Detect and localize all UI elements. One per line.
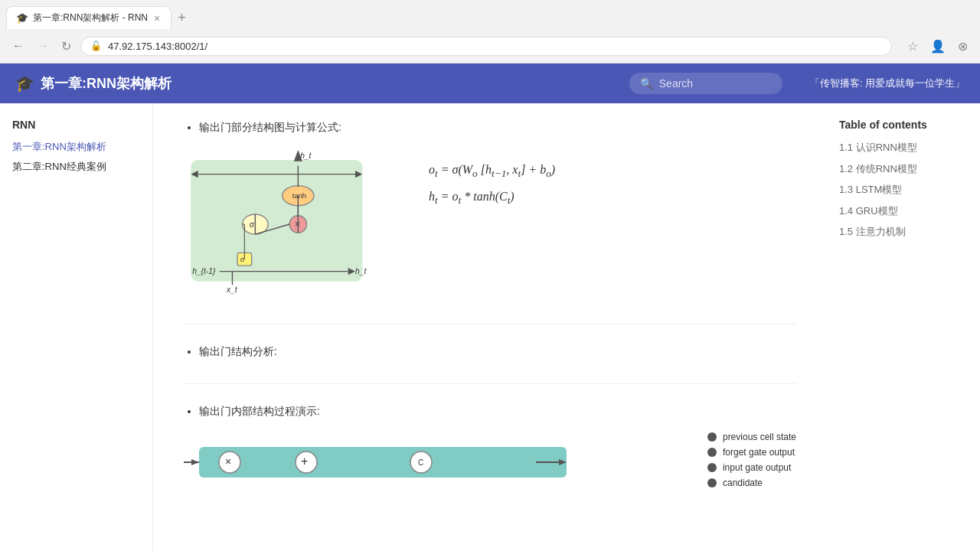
- tab-favicon: 🎓: [16, 12, 28, 24]
- nav-icons: ☆ 👤 ⊗: [904, 36, 971, 57]
- search-placeholder: Search: [659, 77, 693, 90]
- bottom-diagram-container: × + C: [184, 432, 796, 495]
- legend-label-4: candidate: [723, 478, 763, 488]
- svg-text:×: ×: [295, 218, 301, 230]
- svg-text:h_{t-1}: h_{t-1}: [192, 268, 216, 276]
- page-layout: RNN 第一章:RNN架构解析 第二章:RNN经典案例 输出门部分结构图与计算公…: [0, 103, 980, 551]
- svg-marker-37: [191, 459, 199, 465]
- formula-2: ht = ot * tanh(Ct): [429, 190, 555, 207]
- section-output-gate-diagram: 输出门部分结构图与计算公式: h_t tanh ×: [184, 119, 796, 301]
- legend-dot-3: [707, 463, 717, 472]
- bottom-lstm-diagram: × + C: [184, 432, 612, 493]
- address-text: 47.92.175.143:8002/1/: [108, 41, 207, 52]
- legend-dot-4: [707, 478, 717, 487]
- app-navbar: 🎓 第一章:RNN架构解析 🔍 Search 「传智播客: 用爱成就每一位学生」: [0, 64, 980, 103]
- forward-button[interactable]: →: [34, 36, 52, 56]
- bookmark-button[interactable]: ☆: [904, 36, 921, 57]
- legend-label-1: previous cell state: [723, 432, 796, 442]
- section-process-demo: 输出门内部结构过程演示: × + C: [184, 403, 796, 495]
- toc-panel: Table of contents 1.1 认识RNN模型 1.2 传统RNN模…: [827, 103, 980, 551]
- browser-chrome: 🎓 第一章:RNN架构解析 - RNN × + ← → ↻ 🔓 47.92.17…: [0, 0, 980, 64]
- toc-item-2[interactable]: 1.2 传统RNN模型: [839, 161, 968, 177]
- logo-icon: 🎓: [15, 74, 34, 93]
- sidebar: RNN 第一章:RNN架构解析 第二章:RNN经典案例: [0, 103, 153, 551]
- menu-button[interactable]: ⊗: [955, 36, 971, 57]
- svg-text:×: ×: [225, 455, 231, 468]
- legend: previous cell state forget gate output i…: [707, 432, 796, 488]
- svg-text:C: C: [418, 458, 423, 467]
- app-logo: 🎓 第一章:RNN架构解析: [15, 74, 172, 93]
- tab-close-button[interactable]: ×: [152, 12, 162, 24]
- divider-1: [184, 324, 796, 324]
- legend-item-2: forget gate output: [707, 447, 796, 458]
- search-icon: 🔍: [640, 77, 653, 90]
- legend-dot-2: [707, 448, 717, 457]
- sidebar-link-chapter2[interactable]: 第二章:RNN经典案例: [12, 160, 140, 174]
- tab-bar: 🎓 第一章:RNN架构解析 - RNN × +: [0, 0, 980, 29]
- new-tab-button[interactable]: +: [172, 7, 192, 29]
- svg-rect-0: [191, 160, 362, 282]
- section3-title: 输出门内部结构过程演示:: [199, 403, 796, 419]
- svg-text:+: +: [301, 455, 308, 468]
- formula-block: ot = σ(Wo [ht−1, xt] + bo) ht = ot * tan…: [429, 148, 555, 206]
- legend-item-1: previous cell state: [707, 432, 796, 442]
- app-title: 第一章:RNN架构解析: [41, 74, 172, 93]
- legend-label-2: forget gate output: [723, 447, 795, 458]
- main-content: 输出门部分结构图与计算公式: h_t tanh ×: [153, 103, 827, 551]
- lstm-diagram: h_t tanh × σ σ: [184, 148, 398, 301]
- svg-text:x_t: x_t: [226, 285, 238, 294]
- svg-text:tanh: tanh: [292, 193, 306, 201]
- legend-label-3: input gate output: [723, 462, 791, 473]
- section2-title: 输出门结构分析:: [199, 343, 796, 360]
- svg-text:h_t: h_t: [300, 152, 312, 161]
- address-bar[interactable]: 🔓 47.92.175.143:8002/1/: [80, 37, 892, 56]
- svg-text:h_t: h_t: [355, 268, 367, 276]
- app-slogan: 「传智播客: 用爱成就每一位学生」: [810, 77, 965, 90]
- back-button[interactable]: ←: [9, 36, 28, 56]
- toc-title: Table of contents: [839, 119, 968, 131]
- formula-1: ot = σ(Wo [ht−1, xt] + bo): [429, 163, 555, 180]
- diagram-section: h_t tanh × σ σ: [184, 148, 796, 301]
- legend-dot-1: [707, 432, 717, 442]
- section-analysis: 输出门结构分析:: [184, 343, 796, 360]
- toc-item-5[interactable]: 1.5 注意力机制: [839, 224, 968, 240]
- legend-item-3: input gate output: [707, 462, 796, 473]
- divider-2: [184, 383, 796, 384]
- svg-rect-27: [199, 447, 567, 478]
- legend-item-4: candidate: [707, 478, 796, 488]
- svg-text:σ: σ: [250, 220, 255, 229]
- toc-item-4[interactable]: 1.4 GRU模型: [839, 204, 968, 219]
- lock-icon: 🔓: [90, 41, 102, 51]
- search-box[interactable]: 🔍 Search: [629, 73, 782, 94]
- toc-item-1[interactable]: 1.1 认识RNN模型: [839, 140, 968, 155]
- nav-bar: ← → ↻ 🔓 47.92.175.143:8002/1/ ☆ 👤 ⊗: [0, 29, 980, 63]
- sidebar-link-chapter1[interactable]: 第一章:RNN架构解析: [12, 140, 140, 154]
- section1-title: 输出门部分结构图与计算公式:: [199, 119, 796, 135]
- profile-button[interactable]: 👤: [927, 36, 949, 57]
- tab-title: 第一章:RNN架构解析 - RNN: [33, 11, 148, 24]
- sidebar-section-title: RNN: [12, 119, 140, 131]
- toc-item-3[interactable]: 1.3 LSTM模型: [839, 182, 968, 197]
- active-tab[interactable]: 🎓 第一章:RNN架构解析 - RNN ×: [6, 6, 172, 29]
- reload-button[interactable]: ↻: [58, 36, 74, 57]
